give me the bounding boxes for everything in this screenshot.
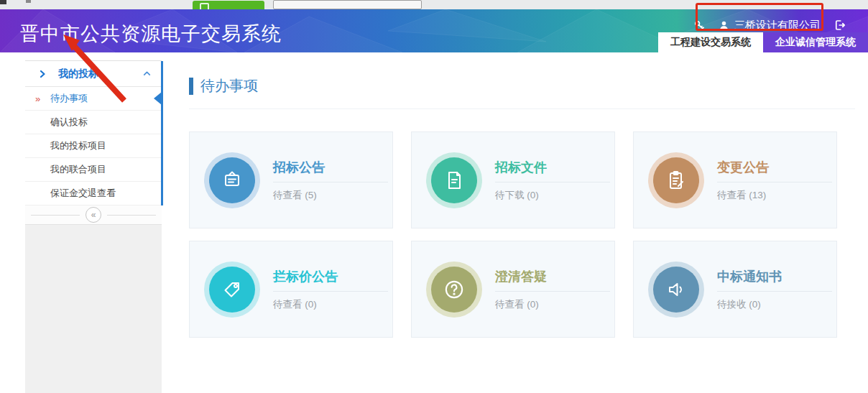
- page-heading: 待办事项: [189, 76, 855, 96]
- card-change-announcement[interactable]: 变更公告 待查看 (13): [633, 131, 837, 228]
- browser-corner-fragment: [0, 0, 6, 4]
- key-icon[interactable]: [693, 19, 706, 32]
- card-title: 招标文件: [495, 159, 610, 176]
- card-bid-documents[interactable]: 招标文件 待下载 (0): [411, 131, 615, 228]
- logout-icon[interactable]: [834, 19, 846, 32]
- browser-toolbar-fragment: [0, 0, 868, 9]
- person-icon: [719, 20, 729, 31]
- sidebar: 我的投标 » 待办事项 确认投标 我的投标项目 我的联合项目 保证金交退查看 «: [25, 60, 162, 393]
- system-title: 晋中市公共资源电子交易系统: [20, 21, 282, 47]
- active-item-marker: »: [35, 93, 40, 104]
- bulletin-icon: [209, 157, 255, 203]
- question-icon: [431, 267, 477, 313]
- card-title: 拦标价公告: [273, 268, 388, 285]
- card-title: 招标公告: [273, 159, 388, 176]
- app-header: 晋中市公共资源电子交易系统 三桥设计有限公司 工程建设交易系统 企业诚信管理系统: [0, 9, 868, 52]
- clipped-green-button[interactable]: [193, 1, 264, 9]
- sidebar-item-deposit-view[interactable]: 保证金交退查看: [25, 182, 162, 205]
- clipped-gray-button[interactable]: [273, 0, 422, 9]
- heading-divider: [189, 108, 855, 109]
- card-status: 待查看 (13): [717, 189, 832, 202]
- clipboard-edit-icon: [653, 157, 699, 203]
- card-price-cap-announcement[interactable]: 拦标价公告 待查看 (0): [189, 241, 393, 338]
- system-tabs: 工程建设交易系统 企业诚信管理系统: [658, 32, 868, 52]
- chevron-up-icon: [142, 69, 152, 78]
- card-bid-announcement[interactable]: 招标公告 待查看 (5): [189, 131, 393, 228]
- sidebar-collapse-row: «: [25, 205, 162, 225]
- heading-accent-bar: [189, 78, 193, 95]
- tab-credit-management[interactable]: 企业诚信管理系统: [763, 32, 868, 52]
- card-status: 待接收 (0): [717, 298, 832, 311]
- card-status: 待查看 (0): [273, 298, 388, 311]
- card-clarification[interactable]: 澄清答疑 待查看 (0): [411, 241, 615, 338]
- sidebar-group-my-bids[interactable]: 我的投标: [25, 61, 162, 87]
- sidebar-active-edge: [161, 61, 163, 205]
- browser-mark-fragment: [26, 0, 31, 3]
- user-chip[interactable]: 三桥设计有限公司: [719, 19, 821, 32]
- sidebar-collapse-button[interactable]: «: [86, 207, 101, 223]
- main-content: 待办事项 招标公告 待查看 (5): [189, 68, 855, 109]
- sidebar-item-my-bid-projects[interactable]: 我的投标项目: [25, 134, 162, 158]
- speaker-icon: [653, 267, 699, 313]
- todo-cards: 招标公告 待查看 (5) 招标文件 待下载 (0): [189, 131, 837, 338]
- document-icon: [431, 157, 477, 203]
- sidebar-empty-area: [25, 225, 162, 393]
- page-title: 待办事项: [200, 76, 258, 96]
- price-tag-icon: [209, 267, 255, 313]
- sidebar-item-confirm-bid[interactable]: 确认投标: [25, 111, 162, 134]
- card-title: 变更公告: [717, 159, 832, 176]
- arrow-right-icon: [38, 70, 47, 78]
- card-title: 中标通知书: [717, 268, 832, 285]
- card-award-notice[interactable]: 中标通知书 待接收 (0): [633, 241, 837, 338]
- card-status: 待查看 (5): [273, 189, 388, 202]
- sidebar-group-label: 我的投标: [58, 68, 142, 80]
- card-status: 待下载 (0): [495, 189, 610, 202]
- user-company-name: 三桥设计有限公司: [734, 19, 821, 32]
- tab-construction-trading[interactable]: 工程建设交易系统: [658, 32, 763, 52]
- card-status: 待查看 (0): [495, 298, 610, 311]
- sidebar-item-todo[interactable]: » 待办事项: [25, 87, 162, 111]
- card-title: 澄清答疑: [495, 268, 610, 285]
- sidebar-item-my-joint-projects[interactable]: 我的联合项目: [25, 158, 162, 182]
